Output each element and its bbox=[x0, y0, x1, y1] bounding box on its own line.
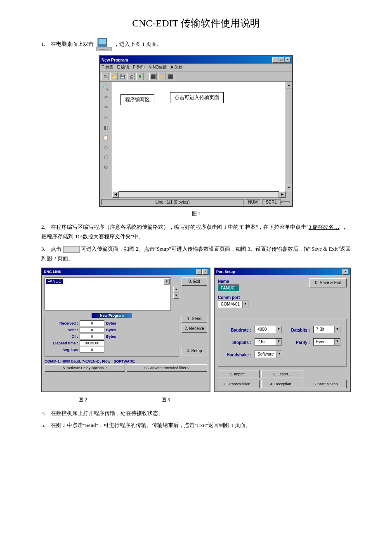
close-button[interactable]: × bbox=[285, 57, 290, 63]
of-value: 0 bbox=[80, 334, 104, 339]
handshake-value: Software bbox=[255, 351, 276, 357]
dropdown-icon[interactable]: ▼ bbox=[276, 339, 281, 345]
delay-options-button[interactable]: 5. Activate Delay-options ? bbox=[45, 364, 125, 372]
status-scrl: SCRL bbox=[262, 199, 281, 205]
dropdown-icon[interactable]: ▼ bbox=[334, 339, 340, 345]
menu-file[interactable]: F 档案 bbox=[102, 65, 113, 69]
scroll-right-icon[interactable]: ▶ bbox=[279, 191, 286, 198]
save-button[interactable]: 💾 bbox=[119, 73, 126, 80]
figure-3-caption: 图 3 bbox=[161, 396, 170, 403]
step-text: ，进入下图 1 页面。 bbox=[114, 41, 162, 47]
of-label: Of : bbox=[48, 334, 78, 339]
scroll-down-icon[interactable]: ▼ bbox=[286, 185, 292, 191]
received-label: Received : bbox=[48, 321, 78, 325]
baudrate-label: Baudrate : bbox=[222, 328, 251, 332]
received-value: 0 bbox=[80, 320, 104, 326]
menu-edit[interactable]: E 编辑 bbox=[117, 65, 129, 69]
step-num: 1. bbox=[41, 39, 50, 49]
import-button[interactable]: 1. Import... bbox=[218, 370, 260, 378]
tool-icon[interactable]: ◧ bbox=[102, 124, 110, 131]
stopbits-select[interactable]: 2 Bit ▼ bbox=[255, 338, 282, 346]
baudrate-value: 4800 bbox=[255, 327, 276, 332]
dropdown-icon[interactable]: ▼ bbox=[242, 301, 248, 308]
elapsed-value: 00.00.00 bbox=[80, 340, 104, 346]
dropdown-icon[interactable]: ▼ bbox=[334, 326, 340, 333]
step-4: 4. 在数控机床上打开程序传输，处在待接收状态。 bbox=[41, 408, 351, 418]
status-num: NUM bbox=[245, 199, 262, 205]
start-stop-button[interactable]: 5. Start & Stop bbox=[305, 380, 347, 388]
name-value: FANUC bbox=[218, 285, 239, 291]
baudrate-select[interactable]: 4800 ▼ bbox=[255, 326, 282, 333]
sent-value: 0 bbox=[80, 327, 104, 333]
menu-about[interactable]: A 关於 bbox=[170, 65, 182, 69]
settings-icon[interactable]: ⚙ bbox=[102, 164, 110, 171]
figure-2-caption: 图 2 bbox=[78, 396, 87, 403]
extended-filter-button[interactable]: 6. Activate Extended filter ? bbox=[127, 364, 207, 372]
dropdown-icon[interactable]: ▼ bbox=[276, 351, 282, 358]
elapsed-label: Elapsed time : bbox=[48, 341, 78, 345]
sent-unit: Bytes bbox=[106, 328, 116, 332]
cut-icon[interactable]: ✂ bbox=[102, 114, 110, 121]
stopbits-value: 2 Bit bbox=[255, 339, 276, 344]
maximize-button[interactable]: □ bbox=[279, 57, 284, 63]
open-button[interactable]: 📂 bbox=[110, 73, 118, 80]
received-unit: Bytes bbox=[106, 321, 116, 325]
save-exit-button[interactable]: 0. Save & Exit bbox=[309, 278, 347, 287]
redo-icon[interactable]: ↷ bbox=[102, 104, 110, 111]
name-select[interactable]: FANUC bbox=[218, 285, 239, 292]
dnc-button-2[interactable]: ⚡ bbox=[158, 73, 165, 80]
send-button[interactable]: 1. Send bbox=[182, 315, 207, 323]
scroll-up-icon[interactable]: ▲ bbox=[286, 82, 292, 88]
port-setup-window: Port Setup × Name FANUC Comm port COMM-0… bbox=[214, 268, 351, 392]
databits-value: 7 Bit bbox=[314, 327, 334, 332]
menu-ncedit[interactable]: N NC编辑 bbox=[149, 65, 167, 69]
transmission-button[interactable]: 3. Transmission... bbox=[218, 380, 260, 388]
tool-icon[interactable]: ◇ bbox=[102, 144, 110, 151]
scroll-left-icon[interactable]: ◀ bbox=[112, 191, 119, 198]
print-button[interactable]: 🖨 bbox=[128, 73, 135, 80]
parity-select[interactable]: Even ▼ bbox=[313, 338, 340, 346]
window-title: Port Setup bbox=[216, 270, 235, 274]
export-button[interactable]: 2. Export... bbox=[261, 370, 303, 378]
editor-area[interactable]: 程序编写区 点击可进入传输页面 bbox=[112, 82, 286, 191]
dnc-button-1[interactable]: ⬛ bbox=[149, 73, 157, 80]
setup-button[interactable]: 4. Setup bbox=[182, 347, 207, 355]
paste-icon[interactable]: 📋 bbox=[102, 134, 110, 141]
handshake-select[interactable]: Software ▼ bbox=[255, 351, 282, 358]
horizontal-scrollbar[interactable] bbox=[119, 191, 279, 198]
dnc-toolbar-icons bbox=[63, 246, 80, 253]
status-line: Line : 1/1 (0 bytes) bbox=[102, 199, 244, 205]
handshake-label: Handshake : bbox=[222, 353, 251, 357]
undo-icon[interactable]: ↶ bbox=[102, 94, 110, 102]
dnc-button-3[interactable]: ⬛ bbox=[167, 73, 174, 80]
spin-up-icon[interactable]: ▲ bbox=[173, 287, 179, 292]
minimize-button[interactable]: _ bbox=[272, 57, 278, 63]
dropdown-icon[interactable]: ▼ bbox=[164, 279, 170, 285]
machine-name-list[interactable]: FANUC ▼ bbox=[45, 278, 171, 311]
tool-icon[interactable]: ⬡ bbox=[102, 154, 110, 161]
dropdown-icon[interactable]: ▼ bbox=[276, 326, 281, 333]
comm-port-select[interactable]: COMM-01 ▼ bbox=[218, 301, 248, 308]
group-title: New Program bbox=[92, 313, 132, 318]
step-num: 2. bbox=[41, 222, 50, 232]
spin-down-icon[interactable]: ▼ bbox=[173, 293, 179, 299]
step-3: 3. 点击 可进入传输页面，如图 2。点击"Setup"可进入传输参数设置页面，… bbox=[41, 244, 351, 263]
step-text: 点击 bbox=[51, 246, 61, 252]
step-num: 5. bbox=[41, 420, 50, 430]
close-button[interactable]: × bbox=[342, 269, 348, 275]
menu-print[interactable]: P 列印 bbox=[133, 65, 145, 69]
window-title: New Program bbox=[102, 58, 128, 62]
page-title: CNC-EDIT 传输软件使用说明 bbox=[41, 17, 351, 30]
exit-button[interactable]: 0. Exit bbox=[182, 278, 207, 286]
font-button[interactable]: A bbox=[136, 73, 144, 80]
parity-label: Parity : bbox=[285, 340, 310, 345]
close-button[interactable]: × bbox=[202, 269, 208, 275]
databits-select[interactable]: 7 Bit ▼ bbox=[313, 326, 340, 333]
receive-button[interactable]: 2. Receive bbox=[182, 325, 207, 333]
minimize-button[interactable]: _ bbox=[196, 269, 202, 275]
vertical-scrollbar[interactable]: ▲ ▼ bbox=[286, 82, 292, 191]
new-button[interactable]: 🗋 bbox=[102, 73, 109, 80]
reception-button[interactable]: 4. Reception... bbox=[261, 380, 303, 388]
find-icon[interactable]: 🔍 bbox=[102, 84, 110, 92]
stopbits-label: Stopbits : bbox=[222, 340, 251, 345]
